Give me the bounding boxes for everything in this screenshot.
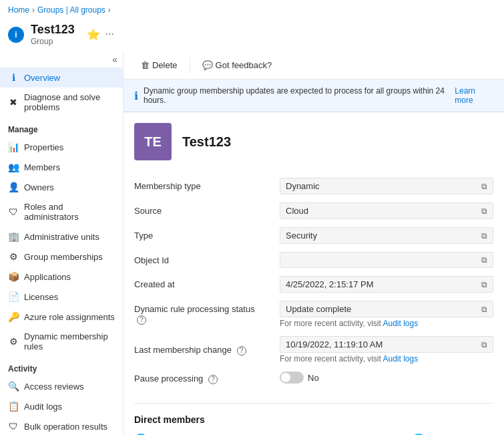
properties-table: Membership type Dynamic ⧉ Source [134,174,493,390]
applications-icon: 📦 [8,271,19,282]
prop-cell-type: Security ⧉ [280,223,493,248]
toolbar: 🗑 Delete 💬 Got feedback? [123,51,504,80]
properties-icon: 📊 [8,142,19,152]
more-options-icon[interactable]: ··· [105,28,114,41]
sidebar-item-owners[interactable]: 👤 Owners [0,177,123,197]
info-banner: ℹ Dynamic group membership updates are e… [123,80,504,112]
feedback-button[interactable]: 💬 Got feedback? [196,57,279,74]
sidebar-item-azure-roles-label: Azure role assignments [24,312,115,322]
sidebar-item-properties[interactable]: 📊 Properties [0,137,123,157]
prop-label-type: Type [134,223,280,248]
main-content: 🗑 Delete 💬 Got feedback? ℹ Dynamic group… [123,51,504,435]
breadcrumb-groups[interactable]: Groups | All groups [37,5,105,15]
sidebar-item-bulk-ops-label: Bulk operation results [24,422,107,432]
toggle-knob [281,373,290,382]
prop-label-source: Source [134,198,280,223]
sidebar-item-applications[interactable]: 📦 Applications [0,267,123,287]
azure-roles-icon: 🔑 [8,311,19,322]
prop-value-last-membership: 10/19/2022, 11:19:10 AM [286,339,383,349]
last-membership-subtext: For more recent activity, visit Audit lo… [280,354,493,364]
copy-source-icon[interactable]: ⧉ [481,206,487,216]
sidebar-item-members[interactable]: 👥 Members [0,157,123,177]
prop-cell-pause-processing: No [280,368,493,390]
dynamic-status-subtext: For more recent activity, visit Audit lo… [280,319,493,328]
sidebar-item-licenses-label: Licenses [24,292,58,302]
copy-dynamic-status-icon[interactable]: ⧉ [481,305,487,314]
sidebar-item-diagnose[interactable]: ✖ Diagnose and solve problems [0,88,123,117]
prop-cell-created-at: 4/25/2022, 2:15:17 PM ⧉ [280,272,493,297]
last-membership-info-icon: ? [237,346,246,355]
audit-logs-link-1[interactable]: Audit logs [383,319,418,328]
direct-members-section: Direct members 🌐 687 Total 👥 687 User(s)… [134,414,493,435]
prop-label-created-at: Created at [134,272,280,297]
pin-icon[interactable]: ⭐ [87,28,100,41]
sidebar-item-azure-roles[interactable]: 🔑 Azure role assignments [0,307,123,327]
info-banner-text: Dynamic group membership updates are exp… [144,86,449,105]
prop-value-box-membership-type: Dynamic ⧉ [280,178,493,194]
prop-label-last-membership: Last membership change ? [134,332,280,368]
sidebar-item-admin-units-label: Administrative units [24,232,99,242]
delete-button[interactable]: 🗑 Delete [134,57,184,74]
divider-1 [134,403,493,404]
sidebar-item-access-reviews[interactable]: 🔍 Access reviews [0,376,123,396]
breadcrumb: Home › Groups | All groups › [0,0,504,20]
prop-value-dynamic-status: Update complete [286,304,351,314]
copy-last-membership-icon[interactable]: ⧉ [481,340,487,349]
sidebar-item-group-memberships[interactable]: ⚙ Group memberships [0,247,123,267]
sidebar-item-roles[interactable]: 🛡 Roles and administrators [0,197,123,227]
learn-more-link[interactable]: Learn more [455,86,493,105]
prop-row-type: Type Security ⧉ [134,223,493,248]
delete-icon: 🗑 [141,60,150,70]
copy-created-at-icon[interactable]: ⧉ [481,280,487,289]
prop-value-box-created-at: 4/25/2022, 2:15:17 PM ⧉ [280,276,493,293]
page-header: i Test123 Group ⭐ ··· [0,20,504,51]
diagnose-icon: ✖ [8,97,19,108]
info-banner-icon: ℹ [134,90,138,102]
dynamic-status-info-icon: ? [137,315,146,325]
copy-object-id-icon[interactable]: ⧉ [481,255,487,265]
prop-value-source: Cloud [286,206,308,216]
manage-section-label: Manage [0,117,123,137]
prop-label-dynamic-status: Dynamic rule processing status ? [134,297,280,332]
pause-processing-value: No [308,373,319,383]
sidebar-item-dynamic-rules[interactable]: ⚙ Dynamic membership rules [0,327,123,356]
toolbar-separator [190,57,190,74]
sidebar-item-bulk-ops[interactable]: 🛡 Bulk operation results [0,416,123,435]
copy-membership-type-icon[interactable]: ⧉ [481,182,487,191]
sidebar: « ℹ Overview ✖ Diagnose and solve proble… [0,51,123,435]
sidebar-item-access-reviews-label: Access reviews [24,382,84,392]
page-header-icon: i [8,27,24,43]
prop-value-created-at: 4/25/2022, 2:15:17 PM [286,279,374,289]
prop-label-object-id: Object Id [134,248,280,272]
sidebar-collapse-button[interactable]: « [0,51,123,67]
prop-value-membership-type: Dynamic [286,181,320,191]
sidebar-item-overview[interactable]: ℹ Overview [0,67,123,88]
owners-icon: 👤 [8,182,19,192]
prop-label-pause-processing: Pause processing ? [134,368,280,390]
prop-value-box-object-id: ⧉ [280,252,493,268]
sidebar-item-applications-label: Applications [24,272,71,282]
sidebar-item-licenses[interactable]: 📄 Licenses [0,287,123,307]
prop-row-last-membership: Last membership change ? 10/19/2022, 11:… [134,332,493,368]
group-avatar: TE [134,123,172,160]
bulk-ops-icon: 🛡 [8,421,19,432]
prop-value-box-type: Security ⧉ [280,227,493,244]
pause-processing-info-icon: ? [208,375,218,384]
sidebar-item-admin-units[interactable]: 🏢 Administrative units [0,227,123,247]
prop-row-created-at: Created at 4/25/2022, 2:15:17 PM ⧉ [134,272,493,297]
page-title: Test123 [31,23,75,37]
pause-processing-toggle[interactable]: No [280,372,319,384]
sidebar-item-members-label: Members [24,162,60,172]
copy-type-icon[interactable]: ⧉ [481,231,487,241]
group-name: Test123 [182,134,231,150]
prop-value-box-last-membership: 10/19/2022, 11:19:10 AM ⧉ [280,336,493,353]
group-memberships-icon: ⚙ [8,251,19,262]
access-reviews-icon: 🔍 [8,381,19,392]
prop-label-membership-type: Membership type [134,174,280,198]
toggle-switch[interactable] [280,372,304,384]
audit-logs-link-2[interactable]: Audit logs [383,354,418,364]
breadcrumb-home[interactable]: Home [8,5,29,15]
sidebar-item-audit-logs[interactable]: 📋 Audit logs [0,396,123,416]
page-subtitle: Group [31,37,75,46]
sidebar-item-dynamic-rules-label: Dynamic membership rules [24,331,115,351]
